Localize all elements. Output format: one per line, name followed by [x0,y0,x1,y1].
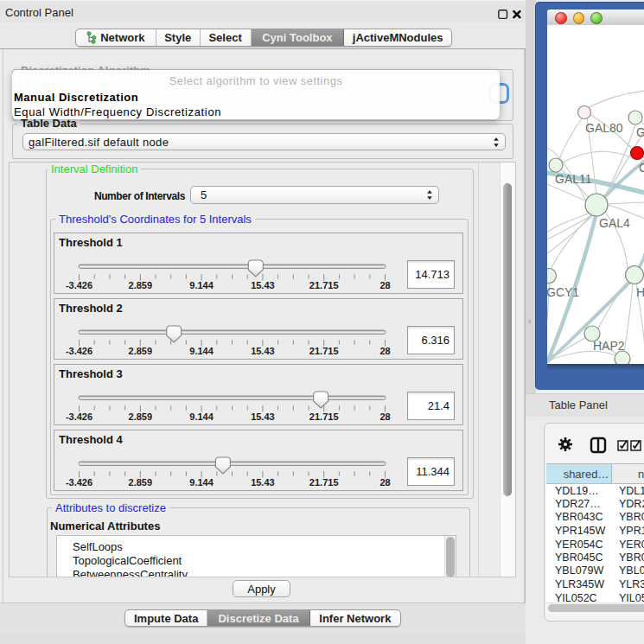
svg-text:9.144: 9.144 [189,280,214,290]
svg-text:-3.426: -3.426 [66,346,92,356]
svg-text:2.859: 2.859 [129,411,153,422]
svg-text:GAL11: GAL11 [555,172,592,186]
svg-text:28: 28 [379,477,390,488]
svg-text:GA: GA [636,125,644,139]
svg-text:2.859: 2.859 [129,477,153,488]
svg-text:H: H [636,285,644,299]
svg-text:21.715: 21.715 [309,411,339,422]
svg-text:15.43: 15.43 [251,346,275,356]
svg-text:HAP2: HAP2 [593,339,625,353]
svg-text:15.43: 15.43 [251,477,275,488]
svg-text:GAL4: GAL4 [599,216,630,230]
svg-text:2.859: 2.859 [129,346,153,356]
svg-text:15.43: 15.43 [251,411,275,422]
svg-text:9.144: 9.144 [189,411,214,422]
svg-text:28: 28 [379,280,390,290]
svg-text:21.715: 21.715 [309,477,339,488]
svg-text:28: 28 [379,346,390,356]
svg-text:-3.426: -3.426 [66,411,92,422]
svg-text:9.144: 9.144 [189,346,214,356]
svg-text:21.715: 21.715 [309,346,339,356]
svg-text:2.859: 2.859 [129,280,153,290]
svg-text:GAL80: GAL80 [585,121,623,135]
svg-text:15.43: 15.43 [251,280,275,290]
svg-text:9.144: 9.144 [189,477,214,488]
svg-text:GCY1: GCY1 [547,285,579,299]
svg-text:C: C [639,161,644,175]
svg-text:28: 28 [379,411,390,422]
svg-text:21.715: 21.715 [309,280,339,290]
svg-text:-3.426: -3.426 [66,280,92,290]
svg-text:-3.426: -3.426 [66,477,92,488]
